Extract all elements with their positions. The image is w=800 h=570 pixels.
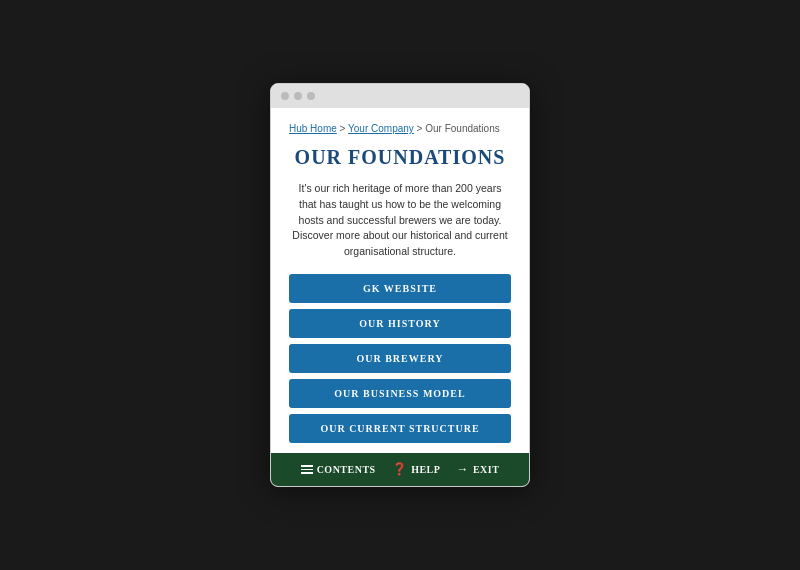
breadcrumb-hub-home[interactable]: Hub Home (289, 123, 337, 134)
bottom-bar: CONTENTS ❓ HELP → EXIT (271, 453, 529, 486)
help-icon: ❓ (392, 462, 408, 477)
contents-item[interactable]: CONTENTS (301, 464, 376, 475)
browser-dot-2 (294, 92, 302, 100)
our-history-button[interactable]: OUR HISTORY (289, 309, 511, 338)
browser-titlebar (271, 84, 529, 108)
our-brewery-button[interactable]: OUR BREWERY (289, 344, 511, 373)
browser-dot-1 (281, 92, 289, 100)
exit-item[interactable]: → EXIT (456, 462, 499, 477)
our-current-structure-button[interactable]: OUR CURRENT STRUCTURE (289, 414, 511, 443)
browser-dot-3 (307, 92, 315, 100)
contents-label: CONTENTS (317, 464, 376, 475)
exit-icon: → (456, 462, 469, 477)
breadcrumb-sep1: > (337, 123, 348, 134)
breadcrumb-current: Our Foundations (425, 123, 500, 134)
breadcrumb: Hub Home > Your Company > Our Foundation… (289, 122, 511, 136)
page-body: Hub Home > Your Company > Our Foundation… (271, 108, 529, 453)
help-item[interactable]: ❓ HELP (392, 462, 441, 477)
gk-website-button[interactable]: GK WEBSITE (289, 274, 511, 303)
help-label: HELP (411, 464, 440, 475)
exit-label: EXIT (473, 464, 499, 475)
breadcrumb-your-company[interactable]: Your Company (348, 123, 414, 134)
browser-window: Hub Home > Your Company > Our Foundation… (270, 83, 530, 487)
breadcrumb-sep2: > (414, 123, 425, 134)
page-title: Our Foundations (289, 146, 511, 169)
menu-icon (301, 465, 313, 474)
nav-buttons: GK WEBSITE OUR HISTORY OUR BREWERY OUR B… (289, 274, 511, 453)
page-description: It's our rich heritage of more than 200 … (289, 181, 511, 260)
our-business-model-button[interactable]: OUR BUSINESS MODEL (289, 379, 511, 408)
browser-content: Hub Home > Your Company > Our Foundation… (271, 108, 529, 486)
